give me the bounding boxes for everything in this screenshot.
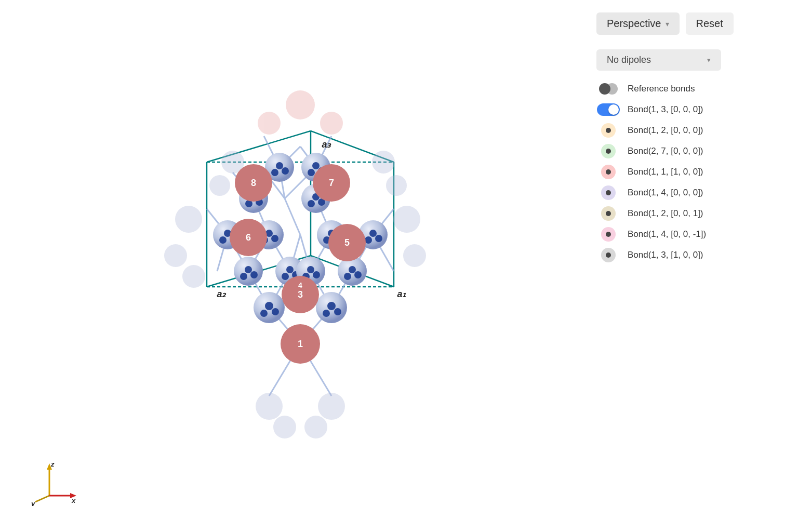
- svg-point-63: [272, 308, 279, 315]
- svg-line-138: [35, 496, 49, 502]
- bond-1-2-001-label: Bond(1, 2, [0, 0, 1]): [628, 208, 703, 219]
- svg-text:4: 4: [298, 281, 302, 289]
- svg-point-83: [354, 271, 362, 278]
- reset-button[interactable]: Reset: [686, 12, 734, 35]
- legend-item-bond-1-4-00-1[interactable]: Bond(1, 4, [0, 0, -1]): [596, 228, 781, 241]
- bond-1-1-100-icon: [596, 165, 620, 179]
- bond-1-3-100-icon: [596, 248, 620, 262]
- z-axis-label: z: [50, 460, 55, 468]
- legend-item-bond-1-3-000[interactable]: Bond(1, 3, [0, 0, 0]): [596, 103, 781, 116]
- svg-point-53: [256, 393, 283, 420]
- dipoles-arrow: ▾: [707, 56, 711, 64]
- svg-text:6: 6: [246, 232, 251, 243]
- reference-bonds-icon: [596, 82, 620, 96]
- control-panel: Perspective ▾ Reset No dipoles ▾ Referen…: [580, 0, 798, 532]
- svg-text:5: 5: [344, 237, 350, 248]
- svg-point-112: [271, 169, 278, 176]
- bond-1-2-000-label: Bond(1, 2, [0, 0, 0]): [628, 125, 703, 136]
- svg-point-47: [320, 112, 343, 135]
- svg-point-88: [219, 236, 227, 244]
- bond-1-3-100-label: Bond(1, 3, [1, 0, 0]): [628, 250, 703, 260]
- svg-point-76: [282, 273, 289, 280]
- svg-line-44: [316, 370, 331, 396]
- svg-text:8: 8: [251, 178, 256, 188]
- bond-2-7-000-label: Bond(2, 7, [0, 0, 0]): [628, 146, 703, 156]
- svg-text:7: 7: [329, 178, 334, 188]
- svg-point-100: [365, 236, 372, 244]
- svg-line-43: [269, 370, 285, 396]
- bond-1-3-000-label: Bond(1, 3, [0, 0, 0]): [628, 104, 703, 115]
- svg-point-51: [393, 206, 420, 233]
- svg-point-48: [175, 206, 202, 233]
- dipoles-label: No dipoles: [607, 55, 651, 65]
- svg-text:1: 1: [298, 339, 303, 349]
- bond-2-7-000-icon: [596, 144, 620, 158]
- svg-point-116: [308, 169, 315, 176]
- svg-text:a₃: a₃: [322, 139, 331, 150]
- y-axis-label: y: [31, 500, 35, 506]
- svg-point-99: [375, 235, 382, 242]
- 3d-scene: 1 3 4 5 6 7 8 2 a₃ a₂ a₁: [92, 32, 487, 500]
- svg-point-58: [209, 175, 230, 196]
- svg-text:2: 2: [298, 316, 302, 325]
- legend-item-bond-1-2-000[interactable]: Bond(1, 2, [0, 0, 0]): [596, 124, 781, 137]
- bond-1-2-000-icon: [596, 124, 620, 137]
- svg-point-52: [403, 244, 426, 267]
- svg-point-55: [273, 416, 296, 438]
- legend-item-bond-1-4-000[interactable]: Bond(1, 4, [0, 0, 0]): [596, 186, 781, 200]
- top-controls: Perspective ▾ Reset: [596, 12, 781, 35]
- perspective-button[interactable]: Perspective ▾: [596, 12, 680, 35]
- legend-item-reference-bonds[interactable]: Reference bonds: [596, 82, 781, 96]
- svg-point-91: [271, 235, 278, 242]
- bond-1-1-100-label: Bond(1, 1, [1, 0, 0]): [628, 167, 703, 177]
- bond-1-2-001-icon: [596, 207, 620, 220]
- perspective-label: Perspective: [607, 18, 661, 30]
- x-axis-label: x: [71, 497, 76, 504]
- axis-indicator: z x y: [31, 459, 73, 501]
- perspective-arrow: ▾: [666, 20, 669, 28]
- svg-point-64: [260, 310, 268, 317]
- svg-point-114: [312, 162, 320, 169]
- svg-point-70: [245, 266, 252, 273]
- svg-point-79: [313, 271, 320, 278]
- svg-point-82: [349, 266, 356, 273]
- legend-item-bond-2-7-000[interactable]: Bond(2, 7, [0, 0, 0]): [596, 144, 781, 158]
- bond-1-4-00-1-label: Bond(1, 4, [0, 0, -1]): [628, 229, 706, 240]
- svg-point-72: [240, 273, 247, 280]
- svg-point-50: [182, 265, 205, 288]
- svg-point-111: [282, 167, 289, 175]
- svg-point-84: [344, 273, 351, 280]
- svg-point-46: [258, 112, 281, 135]
- svg-text:a₁: a₁: [397, 289, 406, 299]
- svg-point-45: [286, 90, 315, 119]
- svg-text:3: 3: [298, 289, 303, 300]
- svg-point-68: [323, 310, 330, 317]
- legend-list: Reference bonds Bond(1, 3, [0, 0, 0]) Bo…: [596, 82, 781, 262]
- svg-point-74: [286, 266, 294, 273]
- dipoles-dropdown[interactable]: No dipoles ▾: [596, 49, 721, 71]
- reference-bonds-label: Reference bonds: [628, 84, 695, 94]
- svg-point-59: [372, 151, 395, 174]
- svg-point-98: [369, 230, 377, 237]
- bond-1-3-000-toggle[interactable]: [596, 103, 620, 116]
- svg-point-67: [334, 308, 341, 315]
- bond-1-4-000-label: Bond(1, 4, [0, 0, 0]): [628, 188, 703, 198]
- bond-1-4-00-1-icon: [596, 228, 620, 241]
- svg-point-56: [304, 416, 327, 438]
- svg-line-26: [285, 198, 300, 235]
- svg-point-71: [250, 271, 258, 278]
- svg-text:a₂: a₂: [217, 289, 227, 299]
- legend-item-bond-1-1-100[interactable]: Bond(1, 1, [1, 0, 0]): [596, 165, 781, 179]
- svg-point-110: [276, 162, 283, 169]
- svg-point-62: [265, 302, 273, 310]
- legend-item-bond-1-2-001[interactable]: Bond(1, 2, [0, 0, 1]): [596, 207, 781, 220]
- svg-point-108: [308, 200, 315, 207]
- svg-point-78: [307, 266, 314, 273]
- svg-point-54: [318, 393, 345, 420]
- svg-point-66: [327, 302, 336, 310]
- svg-point-60: [386, 175, 407, 196]
- legend-item-bond-1-3-100[interactable]: Bond(1, 3, [1, 0, 0]): [596, 248, 781, 262]
- bond-1-4-000-icon: [596, 186, 620, 200]
- svg-point-49: [164, 244, 187, 267]
- visualization-area[interactable]: 1 3 4 5 6 7 8 2 a₃ a₂ a₁: [0, 0, 580, 532]
